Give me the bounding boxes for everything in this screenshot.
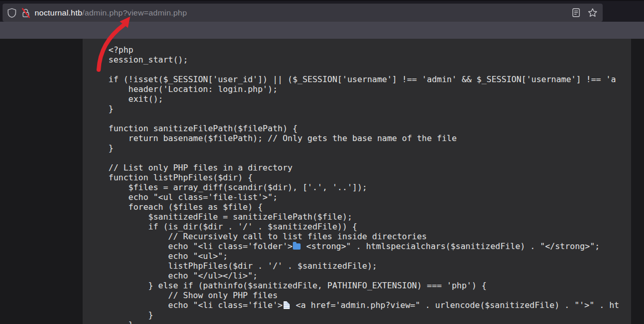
code-line: echo "<li class='folder'> <strong>" . ht… <box>108 241 631 251</box>
code-line: } else if (pathinfo($sanitizedFile, PATH… <box>108 281 631 290</box>
code-line <box>108 153 631 163</box>
code-line: exit(); <box>108 94 631 104</box>
code-line <box>108 65 631 74</box>
code-line: } <box>108 320 631 324</box>
folder-icon <box>293 243 301 250</box>
url-host: nocturnal.htb <box>35 8 82 18</box>
code-line: echo "<ul>"; <box>108 251 631 261</box>
code-text: echo "<li class='folder'> <box>108 241 292 251</box>
page-header-strip <box>0 22 644 39</box>
code-line: } <box>108 104 631 114</box>
code-line: header('Location: login.php'); <box>108 84 631 94</box>
code-line: echo "<ul class='file-list'>"; <box>108 192 631 202</box>
browser-toolbar: nocturnal.htb/admin.php?view=admin.php <box>0 0 644 22</box>
code-text: echo "<li class='file'> <box>108 300 282 310</box>
reader-mode-icon[interactable] <box>572 8 580 18</box>
code-line: // Show only PHP files <box>108 290 631 300</box>
code-line: // Recursively call to list files inside… <box>108 232 631 241</box>
code-line: function listPhpFiles($dir) { <box>108 173 631 182</box>
code-line: function sanitizeFilePath($filePath) { <box>108 124 631 133</box>
code-line: return basename($filePath); // Only gets… <box>108 133 631 143</box>
code-line: listPhpFiles($dir . '/' . $sanitizedFile… <box>108 261 631 271</box>
code-block: <?phpsession_start(); if (!isset($_SESSI… <box>83 39 631 324</box>
code-line: // List only PHP files in a directory <box>108 163 631 173</box>
page-content: <?phpsession_start(); if (!isset($_SESSI… <box>0 39 644 324</box>
browser-window: nocturnal.htb/admin.php?view=admin.php <… <box>0 0 644 324</box>
code-line: session_start(); <box>108 55 631 65</box>
file-icon <box>284 301 290 309</box>
url-bar[interactable]: nocturnal.htb/admin.php?view=admin.php <box>3 4 603 22</box>
url-path: /admin.php?view=admin.php <box>82 8 187 18</box>
code-line <box>108 114 631 124</box>
code-line: if (is_dir($dir . '/' . $sanitizedFile))… <box>108 222 631 232</box>
code-line: if (!isset($_SESSION['user_id']) || ($_S… <box>108 74 631 84</box>
code-text: <strong>" . htmlspecialchars($sanitizedF… <box>301 241 600 251</box>
code-line: $sanitizedFile = sanitizeFilePath($file)… <box>108 212 631 222</box>
bookmark-star-icon[interactable] <box>588 8 598 18</box>
code-line: foreach ($files as $file) { <box>108 202 631 212</box>
insecure-lock-icon[interactable] <box>21 8 30 18</box>
code-line: <?php <box>108 45 631 55</box>
shield-icon[interactable] <box>7 8 17 18</box>
code-line: $files = array_diff(scandir($dir), ['.',… <box>108 182 631 192</box>
code-line: } <box>108 143 631 153</box>
url-text[interactable]: nocturnal.htb/admin.php?view=admin.php <box>35 8 187 18</box>
code-line: echo "</ul></li>"; <box>108 271 631 281</box>
code-text: <a href='admin.php?view=" . urlencode($s… <box>291 300 619 310</box>
code-line: } <box>108 310 631 320</box>
code-line: echo "<li class='file'> <a href='admin.p… <box>108 300 631 310</box>
